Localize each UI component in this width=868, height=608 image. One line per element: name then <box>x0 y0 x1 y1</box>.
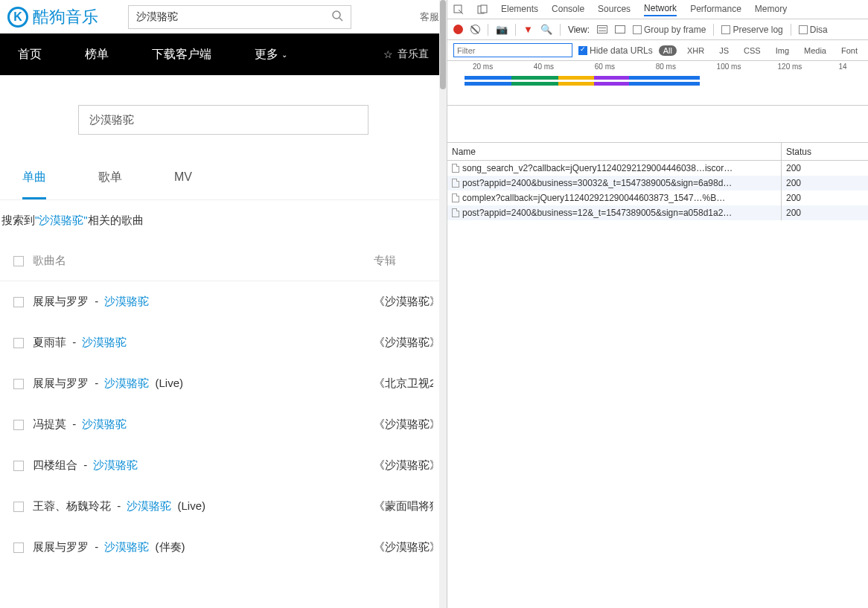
document-icon <box>452 193 459 202</box>
song-title[interactable]: 沙漠骆驼 <box>82 336 127 348</box>
type-font[interactable]: Font <box>837 45 862 56</box>
separator: - <box>72 336 76 348</box>
song-title[interactable]: 沙漠骆驼 <box>104 295 149 307</box>
inspect-icon[interactable] <box>453 4 464 15</box>
nav-more-label: 更多 <box>255 47 278 63</box>
network-timeline[interactable]: 20 ms40 ms60 ms80 ms100 ms120 ms14 <box>447 61 868 106</box>
header-name[interactable]: Name <box>447 143 782 160</box>
tab-network[interactable]: Network <box>644 3 677 16</box>
network-row[interactable]: post?appid=2400&business=30032&_t=154738… <box>447 176 868 191</box>
clear-button[interactable] <box>470 25 480 34</box>
type-js[interactable]: JS <box>715 45 733 56</box>
timeline-lane <box>447 76 868 80</box>
tab-sources[interactable]: Sources <box>598 4 631 16</box>
row-checkbox[interactable] <box>13 502 24 512</box>
header-support-link[interactable]: 客服 <box>420 10 439 24</box>
tab-elements[interactable]: Elements <box>501 4 538 16</box>
device-icon[interactable] <box>477 4 488 15</box>
svg-rect-4 <box>481 5 487 13</box>
network-row[interactable]: song_search_v2?callback=jQuery1124029212… <box>447 161 868 176</box>
song-row[interactable]: 四楼组合 - 沙漠骆驼 《沙漠骆驼》 <box>0 445 447 486</box>
filter-input[interactable] <box>453 43 572 57</box>
type-css[interactable]: CSS <box>739 45 765 56</box>
result-tabs: 单曲 歌单 MV <box>0 157 447 200</box>
type-img[interactable]: Img <box>771 45 794 56</box>
song-title[interactable]: 沙漠骆驼 <box>93 458 138 471</box>
group-by-frame[interactable]: Group by frame <box>633 25 706 35</box>
network-row[interactable]: complex?callback=jQuery11240292129004460… <box>447 191 868 205</box>
tab-songs[interactable]: 单曲 <box>22 157 46 199</box>
row-checkbox[interactable] <box>13 543 24 553</box>
song-row[interactable]: 展展与罗罗 - 沙漠骆驼 (伴奏) 《沙漠骆驼》 <box>0 527 447 568</box>
hide-data-urls[interactable]: Hide data URLs <box>578 45 653 56</box>
song-title[interactable]: 沙漠骆驼 <box>104 377 149 389</box>
disable-cache[interactable]: Disa <box>799 25 828 35</box>
nav-download[interactable]: 下载客户端 <box>152 47 211 63</box>
row-checkbox[interactable] <box>13 379 24 389</box>
separator <box>560 24 561 36</box>
separator: - <box>95 295 98 307</box>
search-icon[interactable]: 🔍 <box>540 24 552 35</box>
song-row[interactable]: 王蓉、杨魏玲花 - 沙漠骆驼 (Live) 《蒙面唱将猜… <box>0 486 447 527</box>
tab-performance[interactable]: Performance <box>690 4 741 16</box>
song-list: 展展与罗罗 - 沙漠骆驼 《沙漠骆驼》 夏雨菲 - 沙漠骆驼 《沙漠骆驼》 展展… <box>0 281 447 568</box>
type-xhr[interactable]: XHR <box>683 45 709 56</box>
center-search-box[interactable] <box>78 105 368 135</box>
select-all-checkbox[interactable] <box>13 256 24 266</box>
request-name: post?appid=2400&business=12&_t=154738900… <box>447 205 782 220</box>
song-row[interactable]: 展展与罗罗 - 沙漠骆驼 《沙漠骆驼》 <box>0 281 447 322</box>
song-title[interactable]: 沙漠骆驼 <box>104 540 149 553</box>
request-name: complex?callback=jQuery11240292129004460… <box>447 191 782 205</box>
preserve-log[interactable]: Preserve log <box>721 25 782 35</box>
result-suffix: 相关的歌曲 <box>88 214 144 226</box>
view-small-icon[interactable] <box>615 25 625 33</box>
checkbox[interactable] <box>799 25 808 34</box>
tab-playlists[interactable]: 歌单 <box>98 157 122 199</box>
type-all[interactable]: All <box>659 45 677 56</box>
row-checkbox[interactable] <box>13 420 24 430</box>
checkbox[interactable] <box>721 25 730 34</box>
nav-charts[interactable]: 榜单 <box>85 47 109 63</box>
site-name: 酷狗音乐 <box>33 6 98 28</box>
song-row[interactable]: 展展与罗罗 - 沙漠骆驼 (Live) 《北京卫视2… <box>0 363 447 404</box>
tab-console[interactable]: Console <box>552 4 584 16</box>
header-status[interactable]: Status <box>782 143 868 160</box>
timeline-tick: 20 ms <box>473 63 493 71</box>
row-checkbox[interactable] <box>13 297 24 307</box>
left-scrollbar[interactable] <box>439 0 447 608</box>
timeline-lane <box>447 82 868 86</box>
song-artist: 展展与罗罗 <box>33 540 89 553</box>
nav-right-link[interactable]: ☆ 音乐直 <box>383 48 429 61</box>
record-button[interactable] <box>453 25 463 34</box>
tab-memory[interactable]: Memory <box>755 4 787 16</box>
search-icon[interactable] <box>331 10 343 25</box>
column-album: 专辑 <box>374 254 433 268</box>
center-search-input[interactable] <box>89 114 357 127</box>
view-large-icon[interactable] <box>597 25 607 33</box>
network-row[interactable]: post?appid=2400&business=12&_t=154738900… <box>447 205 868 220</box>
song-row[interactable]: 冯提莫 - 沙漠骆驼 《沙漠骆驼》 <box>0 404 447 445</box>
scrollbar-thumb[interactable] <box>440 0 446 89</box>
request-status: 200 <box>782 193 868 203</box>
center-search-area <box>0 75 447 157</box>
request-name: post?appid=2400&business=30032&_t=154738… <box>447 176 782 191</box>
filter-icon[interactable]: ▼ <box>523 24 533 35</box>
song-row[interactable]: 夏雨菲 - 沙漠骆驼 《沙漠骆驼》 <box>0 322 447 363</box>
document-icon <box>452 164 459 173</box>
camera-icon[interactable]: 📷 <box>496 24 508 35</box>
separator: - <box>95 540 98 553</box>
nav-more[interactable]: 更多 ⌄ <box>255 47 287 63</box>
type-media[interactable]: Media <box>800 45 831 56</box>
nav-home[interactable]: 首页 <box>18 47 42 63</box>
search-input[interactable] <box>136 11 331 23</box>
tab-mv[interactable]: MV <box>174 157 192 199</box>
row-checkbox[interactable] <box>13 461 24 471</box>
song-title[interactable]: 沙漠骆驼 <box>82 417 127 430</box>
checkbox[interactable] <box>633 25 642 34</box>
header-search[interactable] <box>128 5 351 29</box>
site-logo[interactable]: K 酷狗音乐 <box>7 6 98 28</box>
network-toolbar-1: 📷 ▼ 🔍 View: Group by frame Preserve log … <box>447 19 868 40</box>
song-title[interactable]: 沙漠骆驼 <box>127 499 171 512</box>
checkbox-checked[interactable] <box>578 46 587 55</box>
row-checkbox[interactable] <box>13 338 24 348</box>
